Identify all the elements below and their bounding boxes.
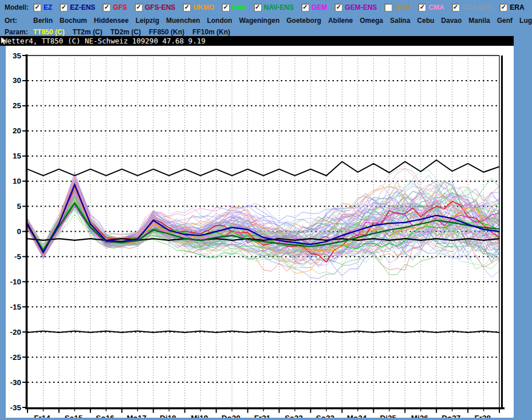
y-tick-label: -30 (10, 378, 21, 387)
x-tick-label: Mo17. (127, 414, 148, 418)
y-tick-label: 15 (13, 152, 22, 160)
x-tick-label: Do27. (442, 414, 463, 418)
model-row: Modell: ✓EZ✓EZ-ENS✓GFS✓GFS-ENS✓UKMO✓NAV✓… (5, 3, 532, 11)
model-label: COAMPS (462, 3, 492, 11)
param-item-td2m[interactable]: TD2m (C) (111, 28, 141, 36)
param-item-tt2m[interactable]: TT2m (C) (73, 28, 103, 36)
series-eramin (27, 331, 499, 333)
y-tick-label: -25 (10, 353, 21, 362)
checked-checkbox[interactable]: ✓ (103, 3, 111, 11)
model-toggle-ez-ens[interactable]: ✓EZ-ENS (60, 3, 95, 11)
checked-checkbox[interactable]: ✓ (183, 3, 191, 11)
mouse-cursor-icon (1, 37, 7, 45)
model-toggle-ukmo[interactable]: ✓UKMO (183, 3, 214, 11)
ort-item-wageningen[interactable]: Wageningen (239, 17, 279, 25)
ort-item-berlin[interactable]: Berlin (33, 17, 53, 25)
checked-checkbox[interactable]: ✓ (135, 3, 143, 11)
checked-checkbox[interactable]: ✓ (254, 3, 262, 11)
model-label: CMA (428, 3, 444, 11)
x-tick-label: So16. (96, 414, 116, 418)
y-tick-label: 5 (17, 202, 21, 211)
ort-item-leipzig[interactable]: Leipzig (136, 17, 159, 25)
param-row: Param: TT850 (C)TT2m (C)TD2m (C)FF850 (K… (5, 28, 238, 36)
y-tick-label: 25 (13, 101, 22, 110)
model-label: EZ-ENS (70, 3, 95, 11)
model-label: EZ (44, 3, 52, 11)
ensemble-plot: 35302520151050-5-10-15-20-25-30-35Fr14.S… (6, 46, 514, 418)
y-tick-label: 10 (13, 177, 21, 185)
ort-item-bochum[interactable]: Bochum (60, 17, 87, 25)
x-tick-label: Fr21. (254, 414, 273, 418)
ort-label: Ort: (5, 17, 33, 25)
model-toggle-nav-ens[interactable]: ✓NAV-ENS (254, 3, 294, 11)
series-eramax (27, 160, 499, 176)
ort-list: BerlinBochumHiddenseeLeipzigMuenchenLond… (33, 17, 532, 25)
model-toggle-bom[interactable]: BOM (384, 3, 411, 11)
y-tick-label: -15 (10, 303, 21, 311)
ort-item-genf[interactable]: Genf (497, 17, 513, 25)
y-tick-label: 35 (13, 51, 22, 60)
y-tick-label: -20 (10, 328, 21, 336)
ort-item-salina[interactable]: Salina (390, 17, 410, 25)
x-tick-label: Sa22. (285, 414, 305, 418)
model-toggle-nav[interactable]: ✓NAV (222, 3, 246, 11)
param-list: TT850 (C)TT2m (C)TD2m (C)FF850 (Kn)FF10m… (33, 28, 238, 36)
checked-checkbox[interactable]: ✓ (499, 3, 507, 11)
y-tick-label: 0 (17, 227, 21, 236)
ort-item-hiddensee[interactable]: Hiddensee (94, 17, 129, 25)
checked-checkbox[interactable]: ✓ (222, 3, 230, 11)
wetter4-window: { "window": { "background": "#6699cc" },… (0, 0, 532, 420)
param-item-ff10m[interactable]: FF10m (Kn) (192, 28, 230, 36)
ort-item-cebu[interactable]: Cebu (417, 17, 434, 25)
ort-item-goeteborg[interactable]: Goeteborg (286, 17, 321, 25)
model-toggle-gfs[interactable]: ✓GFS (103, 3, 127, 11)
model-label: GFS-ENS (145, 3, 175, 11)
ort-row: Ort: BerlinBochumHiddenseeLeipzigMuenche… (5, 17, 532, 25)
model-toggle-gem-ens[interactable]: ✓GEM-ENS (334, 3, 377, 11)
y-tick-label: 30 (13, 76, 21, 85)
model-label: GFS (113, 3, 127, 11)
model-label: GEM (312, 3, 327, 11)
x-tick-label: Do20. (222, 414, 243, 418)
checked-checkbox[interactable]: ✓ (452, 3, 460, 11)
ort-item-lugano[interactable]: Lugano (519, 17, 532, 25)
model-toggle-cma[interactable]: ✓CMA (418, 3, 444, 11)
y-tick-label: -5 (14, 252, 21, 261)
unchecked-checkbox[interactable] (384, 3, 392, 11)
window-title: Wetter4, TT850 (C) NE-Schweiz 109290 47.… (3, 36, 206, 46)
model-toggle-gem[interactable]: ✓GEM (301, 3, 327, 11)
checked-checkbox[interactable]: ✓ (334, 3, 342, 11)
checked-checkbox[interactable]: ✓ (301, 3, 309, 11)
model-label: GEM-ENS (345, 3, 377, 11)
param-item-ff850[interactable]: FF850 (Kn) (149, 28, 184, 36)
ort-item-omega[interactable]: Omega (360, 17, 383, 25)
ort-item-manila[interactable]: Manila (468, 17, 490, 25)
checked-checkbox[interactable]: ✓ (418, 3, 426, 11)
ort-item-muenchen[interactable]: Muenchen (166, 17, 200, 25)
checked-checkbox[interactable]: ✓ (33, 3, 41, 11)
x-tick-label: Mo24. (347, 414, 369, 418)
ort-item-abilene[interactable]: Abilene (328, 17, 353, 25)
model-label: NAV-ENS (264, 3, 294, 11)
model-toggle-ez[interactable]: ✓EZ (33, 3, 52, 11)
x-tick-label: Di25. (380, 414, 399, 418)
plot-canvas: 35302520151050-5-10-15-20-25-30-35Fr14.S… (6, 46, 514, 418)
checked-checkbox[interactable]: ✓ (60, 3, 68, 11)
ort-item-london[interactable]: London (207, 17, 232, 25)
model-toggle-gfs-ens[interactable]: ✓GFS-ENS (135, 3, 175, 11)
y-tick-label: -10 (10, 278, 21, 286)
y-tick-label: -35 (10, 403, 21, 412)
param-label: Param: (5, 28, 33, 36)
x-tick-label: So23. (316, 414, 337, 418)
model-label: NAV (232, 3, 246, 11)
ort-item-davao[interactable]: Davao (441, 17, 462, 25)
model-label: UKMO (193, 3, 214, 11)
x-tick-label: Fr28. (474, 414, 492, 418)
model-checkbox-list: ✓EZ✓EZ-ENS✓GFS✓GFS-ENS✓UKMO✓NAV✓NAV-ENS✓… (33, 3, 532, 11)
model-toggle-era[interactable]: ✓ERA (499, 3, 524, 11)
param-item-tt850[interactable]: TT850 (C) (33, 28, 65, 36)
x-tick-label: Fr14. (34, 414, 52, 418)
x-tick-label: Mi26. (411, 414, 431, 418)
model-toggle-coamps[interactable]: ✓COAMPS (452, 3, 492, 11)
window-titlebar: Wetter4, TT850 (C) NE-Schweiz 109290 47.… (0, 36, 514, 46)
